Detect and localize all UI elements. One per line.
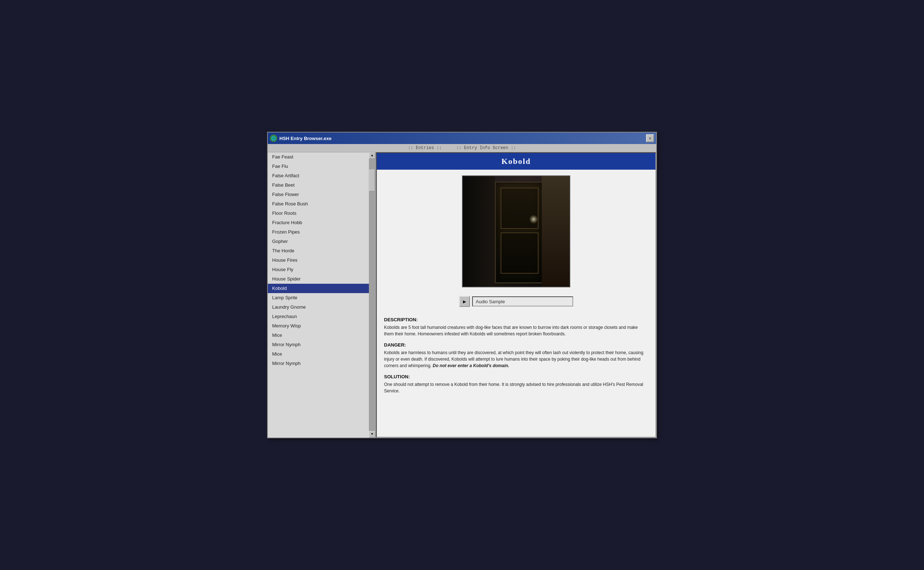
list-item[interactable]: False Beet [268,181,375,190]
title-bar-left: 🌐 HSH Entry Browser.exe [270,135,332,142]
list-container: Fae FeastFae FluFalse ArtifactFalse Beet… [268,152,375,438]
entry-content: DESCRIPTION: Kobolds are 5 foot tall hum… [377,313,655,401]
content-area: Fae FeastFae FluFalse ArtifactFalse Beet… [268,152,656,438]
scroll-up-button[interactable]: ▲ [369,152,375,159]
wall-decoration [463,176,495,287]
danger-body: Kobolds are harmless to humans until the… [384,349,648,369]
danger-bold: Do not ever enter a Kobold's domain. [433,363,509,368]
app-icon: 🌐 [270,135,277,142]
play-button[interactable]: ▶ [459,296,470,307]
list-item[interactable]: Mice [268,349,375,359]
door-scene [463,176,569,287]
scroll-down-button[interactable]: ▼ [369,431,375,438]
danger-body-normal: Kobolds are harmless to humans until the… [384,350,643,368]
creature-glow [529,215,538,224]
list-item[interactable]: House Fly [268,265,375,274]
left-panel: Fae FeastFae FluFalse ArtifactFalse Beet… [268,152,376,438]
list-item[interactable]: Fracture Hobb [268,218,375,227]
list-item[interactable]: Laundry Gnome [268,302,375,312]
entry-image [462,175,570,287]
list-item[interactable]: Lamp Sprite [268,293,375,302]
list-item[interactable]: Floor Roots [268,208,375,218]
list-item[interactable]: Memory Wisp [268,321,375,331]
list-item[interactable]: False Artifact [268,171,375,181]
list-item[interactable]: Fae Flu [268,162,375,171]
right-panel: Kobold ▶ Audio Sample [376,152,656,438]
list-item[interactable]: Mirror Nymph [268,359,375,368]
scroll-track[interactable] [369,159,375,431]
main-window: 🌐 HSH Entry Browser.exe ✕ :: Entries :: … [267,132,657,438]
solution-title: SOLUTION: [384,374,648,379]
danger-title: DANGER: [384,342,648,348]
list-item[interactable]: False Rose Bush [268,199,375,208]
scrollbar[interactable]: ▲ ▼ [369,152,375,438]
solution-body: One should not attempt to remove a Kobol… [384,381,648,394]
list-item[interactable]: House Spider [268,274,375,284]
list-item[interactable]: Leprechaun [268,312,375,321]
list-item[interactable]: Kobold [268,284,375,293]
entry-title-text: Kobold [501,157,531,166]
door-panel [495,182,543,283]
description-body: Kobolds are 5 foot tall humanoid creatur… [384,324,648,337]
list-item[interactable]: Mirror Nymph [268,340,375,349]
list-item[interactable]: Mice [268,331,375,340]
description-title: DESCRIPTION: [384,317,648,322]
info-label: :: Entry Info Screen :: [456,146,516,150]
list-item[interactable]: False Flower [268,190,375,199]
scroll-thumb[interactable] [369,170,375,192]
list-item[interactable]: Frozen Pipes [268,227,375,237]
list-item[interactable]: Fae Feast [268,152,375,162]
menu-bar: :: Entries :: :: Entry Info Screen :: [268,144,656,152]
list-item[interactable]: House Fires [268,256,375,265]
entries-label: :: Entries :: [408,146,442,150]
entry-list: Fae FeastFae FluFalse ArtifactFalse Beet… [268,152,375,438]
entry-image-area [377,170,655,293]
close-button[interactable]: ✕ [646,134,654,142]
entry-title: Kobold [377,153,655,170]
list-item[interactable]: The Horde [268,246,375,256]
list-item[interactable]: Gopher [268,237,375,246]
title-bar: 🌐 HSH Entry Browser.exe ✕ [268,132,656,144]
audio-label: Audio Sample [472,296,573,306]
window-title: HSH Entry Browser.exe [279,136,332,141]
audio-control: ▶ Audio Sample [377,293,655,313]
door-gap [542,176,569,287]
